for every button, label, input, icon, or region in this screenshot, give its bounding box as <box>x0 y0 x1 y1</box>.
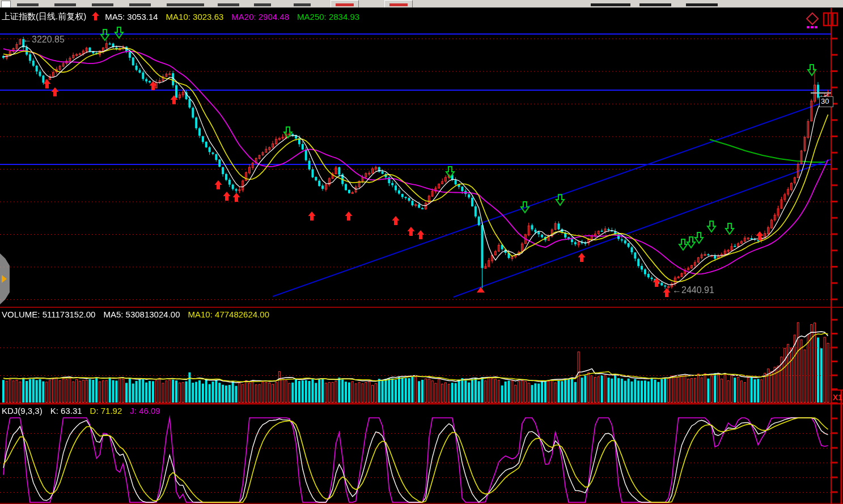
file-icon[interactable] <box>1 1 11 8</box>
ma250-label: MA250: 2834.93 <box>297 12 359 22</box>
kdj-k-value: K: 63.31 <box>50 406 82 416</box>
ma5-label: MA5: 3053.14 <box>105 12 158 22</box>
toolbar-button[interactable] <box>331 0 359 8</box>
kdj-d-value: D: 71.92 <box>90 406 122 416</box>
toolbar-button[interactable] <box>384 0 413 8</box>
ma20-label: MA20: 2904.48 <box>231 12 289 22</box>
toolbar-item[interactable] <box>254 3 271 6</box>
high-price-marker: ←3220.85 <box>23 35 65 45</box>
volume-ma5-label: MA5: 530813024.00 <box>103 310 180 319</box>
trading-app-window: { "colors":{"background":"#000000","up_c… <box>0 0 843 504</box>
ma10-label: MA10: 3023.63 <box>166 12 224 22</box>
toolbar-item[interactable] <box>167 3 204 6</box>
toolbar-item[interactable] <box>92 3 113 6</box>
expand-right-icon <box>2 275 7 283</box>
up-arrow-icon <box>92 12 99 22</box>
toolbar-item[interactable] <box>218 3 239 6</box>
toolbar-item[interactable] <box>17 3 39 6</box>
toolbar-item[interactable] <box>591 3 630 6</box>
top-toolbar[interactable] <box>0 0 843 8</box>
toolbar-item[interactable] <box>129 3 151 6</box>
toolbar-item[interactable] <box>294 3 311 6</box>
toolbar-item[interactable] <box>639 3 671 6</box>
low-price-marker: ←2440.91 <box>672 285 714 295</box>
kdj-j-value: J: 46.09 <box>130 406 160 416</box>
toolbar-item[interactable] <box>686 3 718 6</box>
toolbar-item[interactable] <box>54 3 76 6</box>
kdj-label: KDJ(9,3,3) <box>2 406 43 416</box>
window-icon[interactable] <box>823 12 838 31</box>
diamond-icon[interactable] <box>806 12 819 31</box>
volume-ma10-label: MA10: 477482624.00 <box>188 310 269 319</box>
x1-indicator-label: X1 <box>833 393 842 402</box>
last-price-axis-label: 30 <box>819 96 833 107</box>
volume-label: VOLUME: 511173152.00 <box>2 310 95 319</box>
symbol-title: 上证指数(日线.前复权) <box>2 11 86 22</box>
chart-canvas[interactable] <box>0 0 843 504</box>
